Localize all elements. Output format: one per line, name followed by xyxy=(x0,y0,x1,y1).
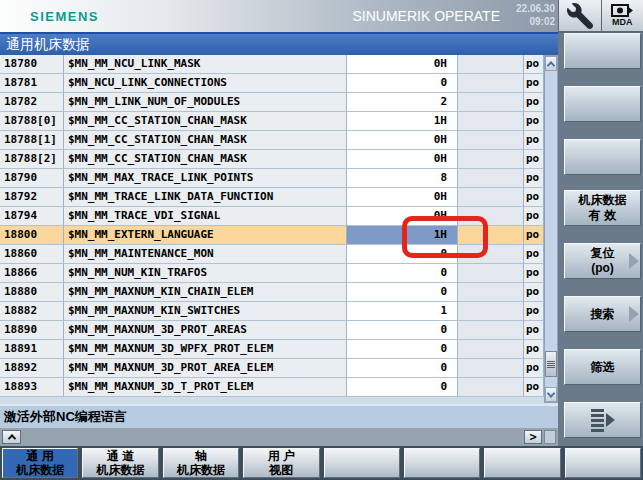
md-name-cell: $MN_MM_MAXNUM_3D_T_PROT_ELEM xyxy=(64,378,347,397)
table-row[interactable]: 18866$MN_MM_NUM_KIN_TRAFOS0po xyxy=(0,264,544,283)
md-number-cell: 18782 xyxy=(0,93,64,112)
md-number-cell: 18891 xyxy=(0,340,64,359)
scroll-up-button[interactable] xyxy=(545,56,557,71)
softkey-arrow-icon xyxy=(629,253,639,269)
app-title: SINUMERIK OPERATE xyxy=(352,8,500,24)
md-number-cell: 18890 xyxy=(0,321,64,340)
table-row[interactable]: 18790$MN_MM_MAX_TRACE_LINK_POINTS8po xyxy=(0,169,544,188)
md-name-cell: $MN_MM_LINK_NUM_OF_MODULES xyxy=(64,93,347,112)
md-number-cell: 18893 xyxy=(0,378,64,397)
softkey-menu-forward[interactable] xyxy=(564,402,641,438)
top-bar: SIEMENS SINUMERIK OPERATE 22.06.30 09:02 xyxy=(0,0,558,33)
tab-axis-machine-data[interactable]: 轴 机床数据 xyxy=(163,448,239,478)
md-unit-cell xyxy=(458,378,524,397)
md-number-cell: 18880 xyxy=(0,283,64,302)
table-row[interactable]: 18782$MN_MM_LINK_NUM_OF_MODULES2po xyxy=(0,93,544,112)
sinumerik-screen: SIEMENS SINUMERIK OPERATE 22.06.30 09:02… xyxy=(0,0,643,480)
softkey-machine-data-active[interactable]: 机床数据 有 效 xyxy=(564,190,641,226)
scroll-down-button[interactable] xyxy=(545,387,557,402)
md-attr-cell: po xyxy=(524,283,544,302)
scrollbar-thumb[interactable] xyxy=(545,351,557,377)
md-number-cell: 18860 xyxy=(0,245,64,264)
md-number-cell: 18781 xyxy=(0,74,64,93)
softkey-label: 搜索 xyxy=(591,307,615,322)
page-up-button[interactable] xyxy=(2,430,21,444)
table-row[interactable]: 18780$MN_MM_NCU_LINK_MASK0Hpo xyxy=(0,55,544,74)
chevron-down-icon xyxy=(547,389,555,397)
table-row[interactable]: 18890$MN_MM_MAXNUM_3D_PROT_AREAS0po xyxy=(0,321,544,340)
md-value-cell[interactable]: 0 xyxy=(347,378,458,397)
table-row[interactable]: 18788[2]$MN_MM_CC_STATION_CHAN_MASK0Hpo xyxy=(0,150,544,169)
md-name-cell: $MN_MM_MAXNUM_3D_WPFX_PROT_ELEM xyxy=(64,340,347,359)
table-row[interactable]: 18788[0]$MN_MM_CC_STATION_CHAN_MASK1Hpo xyxy=(0,112,544,131)
tab-general-machine-data[interactable]: 通 用 机床数据 xyxy=(2,448,78,478)
md-name-cell: $MN_MM_MAX_TRACE_LINK_POINTS xyxy=(64,169,347,188)
table-row[interactable]: 18792$MN_MM_TRACE_LINK_DATA_FUNCTION0Hpo xyxy=(0,188,544,207)
setup-area-button[interactable] xyxy=(559,0,601,31)
md-value-cell[interactable]: 0 xyxy=(347,321,458,340)
softkey-label: 复位 (po) xyxy=(591,246,615,276)
md-value-cell[interactable]: 0H xyxy=(347,131,458,150)
md-number-cell: 18800 xyxy=(0,226,64,245)
md-attr-cell: po xyxy=(524,321,544,340)
md-number-cell: 18792 xyxy=(0,188,64,207)
caret-up-icon xyxy=(7,434,15,442)
parameter-description-bar: 激活外部NC编程语言 xyxy=(0,404,558,428)
tab-empty-8[interactable] xyxy=(565,448,641,478)
md-value-cell[interactable]: 0 xyxy=(347,340,458,359)
md-value-cell[interactable]: 2 xyxy=(347,93,458,112)
tab-channel-machine-data[interactable]: 通 道 机床数据 xyxy=(82,448,158,478)
table-row[interactable]: 18882$MN_MM_MAXNUM_KIN_SWITCHES1po xyxy=(0,302,544,321)
tab-empty-6[interactable] xyxy=(404,448,480,478)
md-name-cell: $MN_MM_MAXNUM_KIN_SWITCHES xyxy=(64,302,347,321)
md-value-cell[interactable]: 8 xyxy=(347,169,458,188)
md-attr-cell: po xyxy=(524,112,544,131)
md-value-cell[interactable]: 0 xyxy=(347,359,458,378)
table-row[interactable]: 18788[1]$MN_MM_CC_STATION_CHAN_MASK0Hpo xyxy=(0,131,544,150)
siemens-logo: SIEMENS xyxy=(30,9,99,24)
table-row[interactable]: 18781$MN_NCU_LINK_CONNECTIONS0po xyxy=(0,74,544,93)
tab-user-view[interactable]: 用 户 视图 xyxy=(243,448,319,478)
md-value-cell[interactable]: 1 xyxy=(347,302,458,321)
softkey-empty-1[interactable] xyxy=(564,33,641,69)
softkey-empty-2[interactable] xyxy=(564,86,641,122)
scroll-right-button[interactable]: > xyxy=(524,430,542,444)
md-value-cell[interactable]: 1H xyxy=(347,112,458,131)
md-value-cell[interactable]: 0 xyxy=(347,74,458,93)
table-row[interactable]: 18880$MN_MM_MAXNUM_KIN_CHAIN_ELEM0po xyxy=(0,283,544,302)
mda-mode-icon xyxy=(611,4,633,17)
table-row[interactable]: 18891$MN_MM_MAXNUM_3D_WPFX_PROT_ELEM0po xyxy=(0,340,544,359)
md-value-cell[interactable]: 0H xyxy=(347,150,458,169)
md-value-cell[interactable]: 0H xyxy=(347,188,458,207)
softkey-empty-3[interactable] xyxy=(564,139,641,175)
softkey-reset-po[interactable]: 复位 (po) xyxy=(564,243,641,279)
vertical-scrollbar[interactable] xyxy=(544,55,558,403)
md-unit-cell xyxy=(458,321,524,340)
md-unit-cell xyxy=(458,74,524,93)
tab-empty-7[interactable] xyxy=(484,448,560,478)
md-number-cell: 18780 xyxy=(0,55,64,74)
md-attr-cell: po xyxy=(524,302,544,321)
softkey-label: 机床数据 有 效 xyxy=(579,193,627,223)
md-name-cell: $MN_MM_TRACE_LINK_DATA_FUNCTION xyxy=(64,188,347,207)
md-name-cell: $MN_MM_CC_STATION_CHAN_MASK xyxy=(64,112,347,131)
tab-empty-5[interactable] xyxy=(324,448,400,478)
md-unit-cell xyxy=(458,359,524,378)
softkey-label: 筛选 xyxy=(591,360,615,375)
md-number-cell: 18788[1] xyxy=(0,131,64,150)
md-value-cell[interactable]: 0 xyxy=(347,283,458,302)
table-row[interactable]: 18893$MN_MM_MAXNUM_3D_T_PROT_ELEM0po xyxy=(0,378,544,397)
datetime-display: 22.06.30 09:02 xyxy=(516,2,555,28)
softkey-filter[interactable]: 筛选 xyxy=(564,349,641,385)
softkey-search[interactable]: 搜索 xyxy=(564,296,641,332)
annotation-highlight-box xyxy=(402,216,488,258)
md-attr-cell: po xyxy=(524,378,544,397)
md-attr-cell: po xyxy=(524,150,544,169)
md-name-cell: $MN_MM_MAXNUM_3D_PROT_AREA_ELEM xyxy=(64,359,347,378)
mda-mode-button[interactable]: MDA xyxy=(601,0,643,31)
md-value-cell[interactable]: 0 xyxy=(347,264,458,283)
md-value-cell[interactable]: 0H xyxy=(347,55,458,74)
bottom-softkey-bar: 通 用 机床数据通 道 机床数据轴 机床数据用 户 视图 xyxy=(0,446,643,480)
md-name-cell: $MN_MM_MAXNUM_3D_PROT_AREAS xyxy=(64,321,347,340)
table-row[interactable]: 18892$MN_MM_MAXNUM_3D_PROT_AREA_ELEM0po xyxy=(0,359,544,378)
